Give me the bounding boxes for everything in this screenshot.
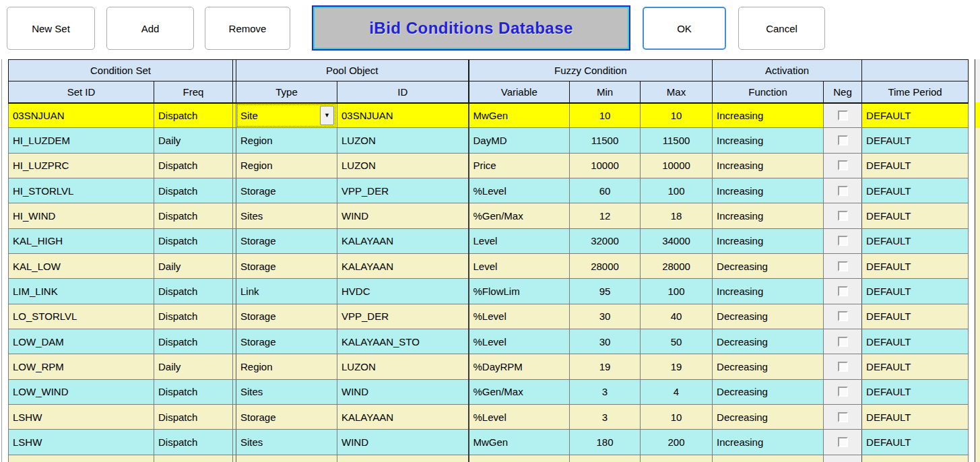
cell-neg[interactable] [824,254,862,279]
neg-checkbox[interactable] [838,362,848,372]
cell-variable[interactable]: Level [469,254,570,279]
cell-time-period[interactable]: DEFAULT [862,329,969,354]
ok-button[interactable]: OK [643,7,726,50]
cell-min[interactable]: 28000 [570,254,641,279]
cell-id[interactable]: WIND [337,430,469,455]
cell-time-period[interactable]: DEFAULT [862,228,969,253]
cell-id[interactable]: KALAYAAN [337,405,469,430]
cell-max[interactable]: 40 [641,304,713,329]
cell-max[interactable]: 28000 [641,254,713,279]
cell-freq[interactable]: Dispatch [154,329,233,354]
cell-freq[interactable]: Dispatch [154,279,233,304]
cell-freq[interactable]: Dispatch [154,228,233,253]
cell-type[interactable]: Sites [236,203,337,228]
cell-variable[interactable] [469,455,570,462]
cell-min[interactable]: 32000 [570,228,641,253]
cell-time-period[interactable]: DEFAULT [862,178,969,203]
cell-neg[interactable] [824,430,862,455]
cell-type[interactable]: Storage [236,304,337,329]
neg-checkbox[interactable] [838,211,848,221]
cell-freq[interactable]: Daily [154,254,233,279]
cell-set-id[interactable]: LOW_WIND [9,379,154,404]
cell-neg[interactable] [824,329,862,354]
cell-function[interactable]: Increasing [713,178,824,203]
cell-type[interactable]: Sites [236,430,337,455]
cell-variable[interactable]: MwGen [469,430,570,455]
cell-function[interactable]: Decreasing [713,379,824,404]
cell-neg[interactable] [824,354,862,379]
cell-neg[interactable] [824,379,862,404]
cell-min[interactable]: 12 [570,203,641,228]
cell-id[interactable]: 03SNJUAN [337,103,469,128]
cell-time-period[interactable]: DEFAULT [862,430,969,455]
cell-neg[interactable] [824,405,862,430]
cell-min[interactable] [570,455,641,462]
cell-function[interactable]: Decreasing [713,254,824,279]
neg-checkbox[interactable] [838,387,848,397]
add-button[interactable]: Add [106,7,194,50]
cell-set-id[interactable]: LOW_DAM [9,329,154,354]
cell-min[interactable]: 3 [570,379,641,404]
cell-function[interactable]: Increasing [713,279,824,304]
cell-min[interactable]: 19 [570,354,641,379]
cell-time-period[interactable] [862,455,969,462]
cell-type[interactable]: Storage [236,329,337,354]
cell-type[interactable]: Storage [236,228,337,253]
cell-function[interactable]: Decreasing [713,354,824,379]
cell-neg[interactable] [824,153,862,178]
cell-freq[interactable]: Dispatch [154,203,233,228]
cell-max[interactable] [641,455,713,462]
cell-type[interactable]: Region [236,128,337,153]
cell-set-id[interactable]: LO_STORLVL [9,304,154,329]
cell-type[interactable]: Storage [236,405,337,430]
cell-freq[interactable] [154,455,233,462]
cell-neg[interactable] [824,203,862,228]
cell-variable[interactable]: %DayRPM [469,354,570,379]
cell-freq[interactable]: Daily [154,128,233,153]
cell-function[interactable]: Decreasing [713,329,824,354]
cell-id[interactable]: KALAYAAN [337,254,469,279]
cell-max[interactable]: 11500 [641,128,713,153]
cell-time-period[interactable]: DEFAULT [862,153,969,178]
cell-variable[interactable]: %Level [469,304,570,329]
cell-set-id[interactable]: LIM_LINK [9,279,154,304]
new-set-button[interactable]: New Set [7,7,95,50]
cell-function[interactable]: Increasing [713,128,824,153]
cancel-button[interactable]: Cancel [738,7,825,50]
remove-button[interactable]: Remove [205,7,290,50]
cell-neg[interactable] [824,304,862,329]
cell-time-period[interactable]: DEFAULT [862,254,969,279]
cell-max[interactable]: 200 [641,430,713,455]
cell-variable[interactable]: %Gen/Max [469,379,570,404]
neg-checkbox[interactable] [838,286,848,296]
cell-min[interactable]: 11500 [570,128,641,153]
cell-id[interactable]: WIND [337,379,469,404]
neg-checkbox[interactable] [838,337,848,347]
cell-variable[interactable]: Price [469,153,570,178]
cell-min[interactable]: 95 [570,279,641,304]
cell-variable[interactable]: %Level [469,178,570,203]
neg-checkbox[interactable] [838,135,848,145]
cell-type[interactable]: Region [236,153,337,178]
cell-id[interactable]: KALAYAAN [337,228,469,253]
cell-max[interactable]: 100 [641,279,713,304]
cell-freq[interactable]: Dispatch [154,153,233,178]
cell-set-id[interactable]: HI_LUZDEM [9,128,154,153]
neg-checkbox[interactable] [838,437,848,447]
cell-min[interactable]: 60 [570,178,641,203]
cell-id[interactable]: LUZON [337,153,469,178]
cell-function[interactable]: Increasing [713,153,824,178]
cell-min[interactable]: 3 [570,405,641,430]
cell-time-period[interactable]: DEFAULT [862,103,969,128]
cell-time-period[interactable]: DEFAULT [862,128,969,153]
cell-neg[interactable] [824,228,862,253]
cell-neg[interactable] [824,128,862,153]
cell-time-period[interactable]: DEFAULT [862,279,969,304]
cell-neg[interactable] [824,103,862,128]
cell-function[interactable]: Increasing [713,228,824,253]
neg-checkbox[interactable] [838,412,848,422]
cell-variable[interactable]: Level [469,228,570,253]
cell-id[interactable]: VPP_DER [337,304,469,329]
neg-checkbox[interactable] [838,186,848,196]
cell-min[interactable]: 30 [570,304,641,329]
